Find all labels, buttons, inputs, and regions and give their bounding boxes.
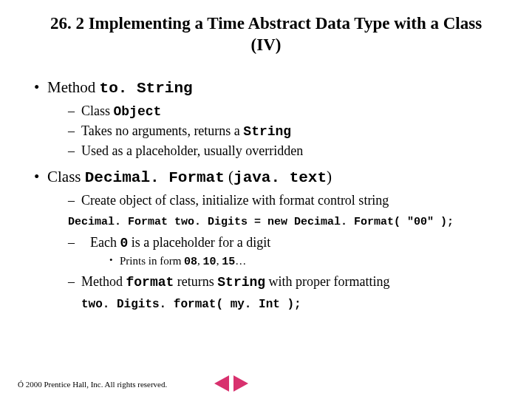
bullet-list: Method to. String Class Object Takes no … xyxy=(34,77,498,314)
bullet-1-sub-1: Class Object xyxy=(68,102,498,120)
slide-body: 26. 2 Implementing a Time Abstract Data … xyxy=(0,0,532,313)
bullet-2-sub-2: Each 0 is a placeholder for a digit Prin… xyxy=(68,233,498,270)
prev-slide-icon[interactable] xyxy=(214,375,229,392)
bullet-2-sub-1: Create object of class, initialize with … xyxy=(68,191,498,209)
copyright-footer: Ó 2000 Prentice Hall, Inc. All rights re… xyxy=(18,380,167,389)
nav-controls xyxy=(214,375,248,392)
bullet-1-text: Method xyxy=(47,78,100,96)
code-line-2: two. Digits. format( my. Int ); xyxy=(81,297,498,313)
next-slide-icon[interactable] xyxy=(233,375,248,392)
bullet-2: Class Decimal. Format (java. text) Creat… xyxy=(34,166,498,313)
bullet-2-sub-3: Method format returns String with proper… xyxy=(68,273,498,291)
code-line-1: Decimal. Format two. Digits = new Decima… xyxy=(68,215,498,230)
bullet-1-sub-2: Takes no arguments, returns a String xyxy=(68,122,498,140)
bullet-1-sub-3: Used as a placeholder, usually overridde… xyxy=(68,142,498,160)
bullet-2-sub-2a: Prints in form 08, 10, 15… xyxy=(109,253,498,270)
slide-title: 26. 2 Implementing a Time Abstract Data … xyxy=(34,13,498,56)
bullet-1: Method to. String Class Object Takes no … xyxy=(34,77,498,160)
bullet-1-code: to. String xyxy=(100,80,193,97)
